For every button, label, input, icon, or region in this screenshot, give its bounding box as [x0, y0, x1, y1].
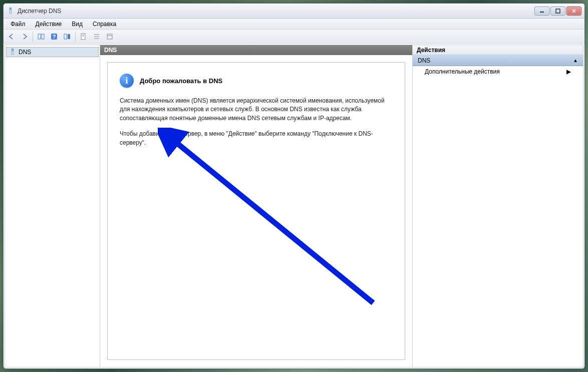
menu-action[interactable]: Действие [31, 20, 67, 29]
maximize-icon [555, 9, 560, 14]
menubar: Файл Действие Вид Справка [4, 19, 584, 30]
svg-rect-1 [10, 10, 12, 14]
detail-icon [106, 33, 114, 41]
show-hide-tree-button[interactable] [35, 31, 47, 42]
show-hide-action-button[interactable] [61, 31, 73, 42]
collapse-icon: ▲ [573, 58, 578, 63]
close-icon [571, 9, 576, 14]
menu-file[interactable]: Файл [6, 20, 31, 29]
help-icon: ? [50, 33, 58, 41]
tree-item-label: DNS [19, 49, 31, 56]
help-button[interactable]: ? [48, 31, 60, 42]
properties-button[interactable] [78, 31, 90, 42]
window-title: Диспетчер DNS [18, 8, 533, 15]
minimize-icon [539, 9, 544, 14]
main-panel: DNS i Добро пожаловать в DNS Система дом… [100, 45, 413, 367]
actions-panel: Действия DNS ▲ Дополнительные действия ▶ [413, 45, 583, 367]
dns-node-icon [9, 48, 17, 56]
submenu-arrow-icon: ▶ [566, 68, 571, 75]
list-button[interactable] [91, 31, 103, 42]
svg-text:?: ? [53, 34, 56, 40]
svg-rect-13 [81, 34, 85, 40]
titlebar[interactable]: Диспетчер DNS [4, 4, 584, 19]
detail-button[interactable] [104, 31, 116, 42]
minimize-button[interactable] [534, 7, 549, 16]
properties-icon [80, 33, 88, 41]
back-icon [8, 33, 16, 41]
svg-rect-4 [556, 9, 560, 13]
tree-item-dns[interactable]: DNS [6, 47, 99, 57]
app-icon [7, 7, 15, 15]
svg-rect-22 [12, 51, 14, 55]
actions-more-label: Дополнительные действия [425, 68, 500, 75]
welcome-row: i Добро пожаловать в DNS [120, 74, 393, 88]
close-button[interactable] [566, 7, 581, 16]
forward-icon [21, 33, 29, 41]
action-pane-icon [63, 33, 71, 41]
svg-line-25 [170, 138, 373, 303]
content-area: DNS DNS i Добро пожаловать в DNS Система… [5, 45, 583, 367]
list-icon [93, 33, 101, 41]
back-button[interactable] [6, 31, 18, 42]
menu-view[interactable]: Вид [67, 20, 88, 29]
svg-point-0 [10, 8, 12, 10]
maximize-button[interactable] [550, 7, 565, 16]
dns-manager-window: Диспетчер DNS Файл Действие Вид Справка [3, 3, 585, 369]
svg-rect-8 [42, 34, 44, 39]
toolbar-separator [33, 32, 33, 42]
svg-rect-19 [107, 34, 112, 39]
welcome-paragraph-2: Чтобы добавить DNS-сервер, в меню "Дейст… [120, 130, 390, 147]
main-header: DNS [100, 45, 412, 55]
actions-subheader[interactable]: DNS ▲ [413, 55, 583, 66]
svg-rect-7 [38, 34, 41, 39]
toolbar: ? [4, 30, 584, 44]
main-body: i Добро пожаловать в DNS Система доменны… [100, 55, 412, 367]
svg-rect-11 [64, 34, 67, 39]
actions-subheader-label: DNS [418, 57, 430, 64]
panes-icon [37, 33, 45, 41]
forward-button[interactable] [19, 31, 31, 42]
toolbar-separator-2 [75, 32, 76, 42]
tree-panel[interactable]: DNS [5, 45, 100, 367]
menu-help[interactable]: Справка [88, 20, 121, 29]
info-icon: i [120, 74, 134, 88]
welcome-paragraph-1: Система доменных имен (DNS) является иер… [120, 97, 390, 123]
svg-rect-12 [68, 34, 70, 39]
annotation-arrow [158, 128, 378, 308]
main-inner: i Добро пожаловать в DNS Система доменны… [107, 62, 405, 360]
svg-point-21 [12, 49, 14, 51]
welcome-title: Добро пожаловать в DNS [140, 77, 222, 85]
actions-header: Действия [413, 45, 583, 55]
actions-more[interactable]: Дополнительные действия ▶ [413, 66, 583, 77]
window-controls [533, 7, 581, 16]
